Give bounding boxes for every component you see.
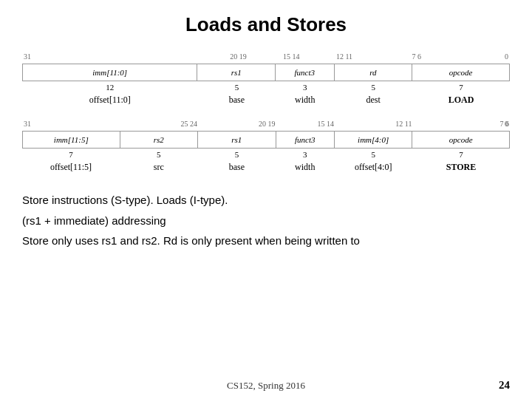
- itype-label-base: base: [198, 93, 276, 106]
- text-section: Store instructions (S-type). Loads (I-ty…: [0, 181, 532, 250]
- itype-diagram: 31 20 19 15 14 12 11 7 6 0 imm[11:0] rs1…: [22, 52, 510, 106]
- stype-labels-row: offset[11:5] src base width offset[4:0] …: [22, 160, 510, 174]
- stype-label-src: src: [120, 160, 198, 174]
- stype-field-imm-hi: imm[11:5]: [23, 132, 120, 148]
- stype-field-opcode: opcode: [412, 132, 509, 148]
- itype-widths-row: 12 5 3 5 7: [22, 81, 510, 93]
- footer: CS152, Spring 2016: [0, 380, 532, 392]
- stype-field-funct3: funct3: [276, 132, 335, 148]
- stype-width-imm-hi: 7: [22, 149, 120, 160]
- text-line-2: (rs1 + immediate) addressing: [22, 213, 510, 230]
- stype-label-offset-hi: offset[11:5]: [22, 160, 120, 174]
- stype-label-base: base: [198, 160, 276, 174]
- itype-labels-row: offset[11:0] base width dest LOAD: [22, 93, 510, 106]
- itype-width-rd: 5: [334, 81, 412, 93]
- stype-width-rs1: 5: [198, 149, 276, 160]
- stype-field-rs2: rs2: [120, 132, 198, 148]
- itype-field-rd: rd: [335, 64, 413, 81]
- itype-width-imm: 12: [22, 81, 198, 93]
- stype-width-opcode: 7: [412, 149, 510, 160]
- itype-field-rs1: rs1: [197, 64, 276, 81]
- stype-field-imm-lo: imm[4:0]: [335, 132, 412, 148]
- stype-label-width: width: [276, 160, 334, 174]
- stype-bit-labels: 31 25 24 20 19 15 14 12 11 7 6 0: [22, 120, 510, 130]
- stype-field-rs1: rs1: [198, 132, 276, 148]
- itype-width-rs1: 5: [198, 81, 276, 93]
- itype-width-opcode: 7: [412, 81, 510, 93]
- stype-width-rs2: 5: [120, 149, 198, 160]
- itype-field-imm: imm[11:0]: [23, 64, 197, 81]
- itype-field-funct3: funct3: [276, 64, 334, 81]
- stype-label-offset-lo: offset[4:0]: [334, 160, 412, 174]
- itype-label-load: LOAD: [412, 93, 510, 106]
- text-line-3: Store only uses rs1 and rs2. Rd is only …: [22, 233, 510, 250]
- text-line-1: Store instructions (S-type). Loads (I-ty…: [22, 192, 510, 209]
- itype-width-funct3: 3: [276, 81, 334, 93]
- diagrams-container: 31 20 19 15 14 12 11 7 6 0 imm[11:0] rs1…: [0, 52, 532, 174]
- itype-fields-row: imm[11:0] rs1 funct3 rd opcode: [22, 64, 510, 81]
- itype-field-opcode: opcode: [412, 64, 509, 81]
- itype-bit-labels: 31 20 19 15 14 12 11 7 6 0: [22, 52, 510, 63]
- stype-diagram: 31 25 24 20 19 15 14 12 11 7 6 0 imm[11:…: [22, 120, 510, 174]
- page-title: Loads and Stores: [0, 0, 532, 47]
- itype-label-width: width: [276, 93, 334, 106]
- stype-width-imm-lo: 5: [334, 149, 412, 160]
- footer-page: 24: [499, 379, 510, 392]
- stype-fields-row: imm[11:5] rs2 rs1 funct3 imm[4:0] opcode: [22, 131, 510, 149]
- footer-course: CS152, Spring 2016: [227, 380, 305, 392]
- stype-label-store: STORE: [412, 160, 510, 174]
- itype-label-dest: dest: [334, 93, 412, 106]
- stype-width-funct3: 3: [276, 149, 334, 160]
- stype-widths-row: 7 5 5 3 5 7: [22, 149, 510, 160]
- itype-label-offset: offset[11:0]: [22, 93, 198, 106]
